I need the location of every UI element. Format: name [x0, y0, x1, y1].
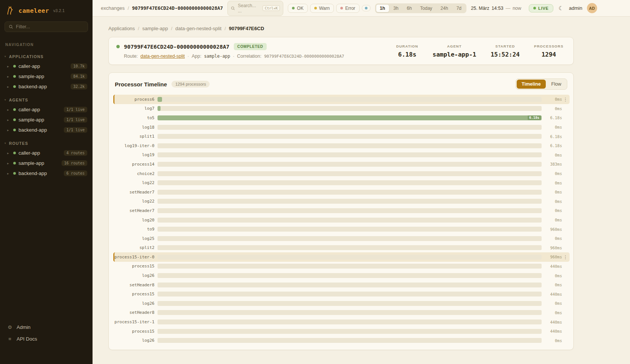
timeline-row-process15-iter-0[interactable]: process15-iter-0 960ms ⋮	[113, 252, 570, 262]
collapse-marker-icon: ▾	[5, 142, 6, 145]
processor-label: choice2	[114, 171, 154, 176]
row-duration: 0ms	[545, 283, 562, 287]
view-timeline[interactable]: Timeline	[517, 80, 545, 89]
sidebar-filter-input[interactable]: Filter...	[5, 22, 88, 32]
sidebar-item-backend-app[interactable]: ▸ backend-app 32.2k	[0, 81, 93, 92]
search-shortcut-badge: Ctrl+K	[262, 5, 280, 11]
status-dot-icon	[13, 118, 16, 121]
breadcrumb-data-gen-nested-split[interactable]: data-gen-nested-split	[175, 26, 221, 31]
processor-label: process6	[114, 97, 154, 102]
search-placeholder: Search... ...	[238, 3, 260, 14]
sidebar-group-header-applications[interactable]: ▾ APPLICATIONS	[0, 53, 93, 61]
row-menu-icon[interactable]: ⋮	[562, 254, 569, 260]
breadcrumb-exchanges[interactable]: exchanges	[101, 5, 125, 11]
row-menu-icon[interactable]: ⋮	[562, 97, 569, 102]
app-logo[interactable]: cameleer v3.2.1	[0, 0, 93, 20]
sidebar-group-header-routes[interactable]: ▾ ROUTES	[0, 140, 93, 148]
timeline-row-process6[interactable]: process6 0ms ⋮	[113, 95, 570, 104]
sidebar-item-label: caller-app	[19, 150, 40, 156]
search-input[interactable]: Search... ... Ctrl+K	[227, 1, 283, 16]
timeline-row-log7[interactable]: log7 0ms ⋮	[113, 104, 570, 114]
time-range-6h[interactable]: 6h	[403, 4, 416, 12]
timeline-row-log26[interactable]: log26 0ms ⋮	[113, 299, 570, 308]
sidebar-item-caller-app[interactable]: ▸ caller-app 1/1 live	[0, 104, 93, 115]
top-header-bar: exchanges / 90799F47E6CD24D-000000000000…	[93, 0, 630, 17]
time-range-3h[interactable]: 3h	[389, 4, 403, 12]
route-link[interactable]: data-gen-nested-split	[141, 54, 185, 59]
sidebar-item-backend-app[interactable]: ▸ backend-app 1/1 live	[0, 125, 93, 135]
timeline-row-to5[interactable]: to5 6.18s 6.18s ⋮	[113, 113, 570, 123]
sidebar-footer-api-docs[interactable]: ≡ API Docs	[5, 333, 88, 344]
exchange-stats: DURATION 6.18s AGENT sample-app-1 STARTE…	[396, 43, 564, 58]
dark-mode-toggle-icon[interactable]: ☾	[558, 5, 564, 12]
time-range-7d[interactable]: 7d	[452, 4, 465, 12]
timeline-track	[158, 255, 542, 260]
timeline-row-process14[interactable]: process14 383ms ⋮	[113, 160, 570, 169]
timeline-track	[158, 134, 542, 139]
filter-chip-error[interactable]: Error	[336, 4, 360, 13]
timeline-row-split1[interactable]: split1 6.18s ⋮	[113, 132, 570, 141]
breadcrumb-sample-app[interactable]: sample-app	[142, 26, 168, 31]
timeline-row-setHeader8[interactable]: setHeader8 0ms ⋮	[113, 308, 570, 318]
timeline-row-log19-iter-0[interactable]: log19-iter-0 6.18s ⋮	[113, 141, 570, 151]
timeline-row-choice2[interactable]: choice2 0ms ⋮	[113, 169, 570, 178]
sidebar-item-badge: 32.2k	[71, 84, 87, 89]
app-version: v3.2.1	[53, 8, 65, 13]
timeline-row-process15[interactable]: process15 440ms ⋮	[113, 262, 570, 271]
sidebar-item-sample-app[interactable]: ▸ sample-app 1/1 live	[0, 115, 93, 125]
timeline-row-split2[interactable]: split2 960ms ⋮	[113, 243, 570, 253]
timeline-row-log26[interactable]: log26 0ms ⋮	[113, 271, 570, 280]
date-range-picker[interactable]: 25. März 14:53 — now	[471, 6, 521, 11]
sidebar-item-caller-app[interactable]: ▸ caller-app 4 routes	[0, 148, 93, 158]
timeline-row-setHeader8[interactable]: setHeader8 0ms ⋮	[113, 280, 570, 290]
header-breadcrumb: exchanges / 90799F47E6CD24D-000000000000…	[101, 5, 223, 11]
timeline-row-process15-iter-1[interactable]: process15-iter-1 440ms ⋮	[113, 317, 570, 327]
timeline-row-setHeader7[interactable]: setHeader7 0ms ⋮	[113, 206, 570, 215]
stat-label: STARTED	[491, 44, 520, 48]
filter-chip-ok[interactable]: OK	[288, 4, 307, 13]
sidebar-footer-admin[interactable]: ⚙ Admin	[5, 322, 88, 333]
timeline-track	[158, 180, 542, 185]
timeline-track	[158, 301, 542, 306]
sidebar-item-sample-app[interactable]: ▸ sample-app 84.1k	[0, 71, 93, 81]
live-toggle[interactable]: LIVE	[529, 4, 553, 12]
time-range-today[interactable]: Today	[416, 4, 436, 12]
footer-label: Admin	[17, 324, 31, 330]
timeline-row-process15[interactable]: process15 440ms ⋮	[113, 289, 570, 299]
time-range-1h[interactable]: 1h	[376, 4, 389, 12]
filter-chip-dot[interactable]	[362, 5, 371, 11]
timeline-row-process15[interactable]: process15 440ms ⋮	[113, 327, 570, 336]
chip-label: OK	[297, 6, 303, 11]
sidebar-item-backend-app[interactable]: ▸ backend-app 6 routes	[0, 168, 93, 178]
sidebar-item-caller-app[interactable]: ▸ caller-app 10.7k	[0, 61, 93, 71]
sidebar-group: ▾ ROUTES ▸ caller-app 4 routes ▸ sample-…	[0, 140, 93, 178]
processor-label: setHeader8	[114, 310, 154, 315]
timeline-row-log20[interactable]: log20 0ms ⋮	[113, 215, 570, 225]
row-duration: 0ms	[545, 97, 562, 101]
timeline-bar[interactable]	[158, 106, 161, 111]
timeline-row-log22[interactable]: log22 0ms ⋮	[113, 178, 570, 187]
timeline-row-log18[interactable]: log18 0ms ⋮	[113, 123, 570, 132]
chevron-right-icon: ▸	[7, 172, 11, 175]
timeline-row-log26[interactable]: log26 0ms ⋮	[113, 336, 570, 345]
processor-label: log7	[114, 106, 154, 111]
stat-started: STARTED 15:52:24	[491, 44, 520, 58]
time-range-24h[interactable]: 24h	[436, 4, 452, 12]
row-duration: 440ms	[545, 329, 562, 333]
timeline-row-log22[interactable]: log22 0ms ⋮	[113, 197, 570, 206]
timeline-bar[interactable]	[158, 97, 162, 102]
sidebar-item-sample-app[interactable]: ▸ sample-app 16 routes	[0, 158, 93, 168]
filter-chip-warn[interactable]: Warn	[310, 4, 334, 13]
timeline-row-log19[interactable]: log19 0ms ⋮	[113, 151, 570, 160]
timeline-row-to9[interactable]: to9 960ms ⋮	[113, 224, 570, 234]
breadcrumb-Applications[interactable]: Applications	[108, 26, 135, 31]
sidebar-group-header-agents[interactable]: ▾ AGENTS	[0, 96, 93, 104]
timeline-bar[interactable]: 6.18s	[158, 115, 542, 120]
row-duration: 0ms	[545, 310, 562, 315]
view-flow[interactable]: Flow	[547, 80, 566, 89]
avatar[interactable]: AD	[587, 3, 597, 13]
timeline-row-log25[interactable]: log25 0ms ⋮	[113, 234, 570, 243]
timeline-row-setHeader7[interactable]: setHeader7 0ms ⋮	[113, 187, 570, 197]
chip-dot-icon	[314, 7, 317, 9]
processor-label: log18	[114, 125, 154, 130]
